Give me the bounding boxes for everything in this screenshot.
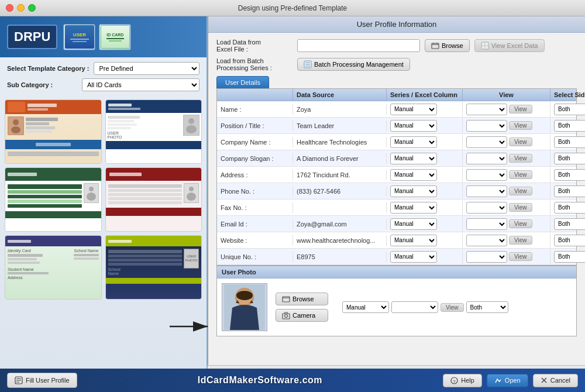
view-excel-button[interactable]: View Excel Data	[474, 39, 545, 52]
series-select[interactable]	[466, 120, 507, 132]
datasrc-select[interactable]: Manual	[390, 120, 437, 132]
view-button[interactable]: View	[509, 105, 532, 114]
series-select[interactable]	[466, 218, 507, 230]
series-select[interactable]	[466, 169, 507, 181]
view-button[interactable]: View	[509, 170, 532, 179]
status-right-buttons: ? Help Open Cancel	[443, 374, 578, 387]
side-cell: Both	[550, 200, 585, 215]
table-row: Email Id : Manual View Both	[217, 216, 576, 232]
photo-browse-button[interactable]: Browse	[276, 293, 328, 305]
photo-series-select[interactable]	[391, 301, 438, 313]
field-input[interactable]	[297, 155, 383, 162]
datasrc-select[interactable]: Manual	[390, 202, 437, 214]
excel-browse-button[interactable]: Browse	[425, 39, 470, 52]
field-value-cell[interactable]	[293, 137, 387, 147]
fill-user-profile-button[interactable]: Fill User Profile	[7, 373, 77, 388]
view-button[interactable]: View	[509, 154, 532, 163]
field-label: Name :	[217, 104, 293, 115]
template-card-3[interactable]	[5, 167, 102, 232]
both-select[interactable]: Both	[554, 185, 585, 197]
field-value-cell[interactable]	[293, 153, 387, 164]
view-button[interactable]: View	[509, 121, 532, 130]
series-select[interactable]	[466, 251, 507, 263]
field-value-cell[interactable]	[293, 121, 387, 131]
view-button[interactable]: View	[509, 203, 532, 212]
series-select[interactable]	[466, 153, 507, 164]
field-input[interactable]	[297, 188, 383, 195]
field-input[interactable]	[297, 171, 383, 178]
template-card-6[interactable]: SchoolName USERPHOTO	[105, 235, 202, 300]
table-row: Phone No. : Manual View Both	[217, 183, 576, 200]
id-card-icon-2: ID CARD	[99, 24, 131, 50]
datasrc-cell: Manual	[387, 102, 463, 117]
datasrc-select[interactable]: Manual	[390, 235, 437, 246]
series-select[interactable]	[466, 235, 507, 246]
view-button[interactable]: View	[509, 137, 532, 146]
table-row: Company Slogan : Manual View Both	[217, 150, 576, 167]
batch-processing-button[interactable]: Batch Processing Management	[297, 58, 410, 71]
both-select[interactable]: Both	[554, 136, 585, 148]
template-card-2[interactable]: USERPHOTO	[105, 99, 202, 164]
view-button[interactable]: View	[509, 252, 532, 261]
field-input[interactable]	[297, 221, 383, 228]
both-select[interactable]: Both	[554, 218, 585, 230]
maximize-window-button[interactable]	[28, 4, 36, 12]
both-select[interactable]: Both	[554, 104, 585, 115]
both-select[interactable]: Both	[554, 153, 585, 164]
template-card-1[interactable]	[5, 99, 102, 164]
both-select[interactable]: Both	[554, 169, 585, 181]
datasrc-select[interactable]: Manual	[390, 153, 437, 164]
svg-point-5	[87, 192, 96, 201]
tab-user-details[interactable]: User Details	[216, 76, 269, 88]
datasrc-select[interactable]: Manual	[390, 136, 437, 148]
table-row: Unique No. : Manual View Both	[217, 249, 576, 265]
side-cell: Both	[550, 233, 585, 248]
window-controls[interactable]	[6, 4, 36, 12]
close-window-button[interactable]	[6, 4, 13, 12]
field-input[interactable]	[297, 139, 383, 146]
field-input[interactable]	[297, 122, 383, 129]
photo-datasrc-select[interactable]: Manual	[342, 301, 389, 313]
series-select[interactable]	[466, 136, 507, 148]
both-select[interactable]: Both	[554, 251, 585, 263]
series-select[interactable]	[466, 104, 507, 115]
field-input[interactable]	[297, 204, 383, 211]
series-select[interactable]	[466, 202, 507, 214]
field-input[interactable]	[297, 253, 383, 260]
statusbar-help-button[interactable]: ? Help	[443, 374, 482, 387]
template-card-5[interactable]: Identity Card School Name Student Name	[5, 235, 102, 300]
datasrc-select[interactable]: Manual	[390, 104, 437, 115]
field-input[interactable]	[297, 106, 383, 113]
photo-both-select[interactable]: Both	[466, 301, 508, 313]
series-select[interactable]	[466, 185, 507, 197]
both-select[interactable]: Both	[554, 202, 585, 214]
field-value-cell[interactable]	[293, 104, 387, 115]
template-category-select[interactable]: Pre Defined	[94, 62, 199, 75]
template-card-4[interactable]	[105, 167, 202, 232]
both-select[interactable]: Both	[554, 120, 585, 132]
statusbar-open-button[interactable]: Open	[487, 374, 528, 387]
view-button[interactable]: View	[509, 236, 532, 245]
field-value-cell[interactable]	[293, 186, 387, 197]
view-button[interactable]: View	[509, 187, 532, 195]
statusbar-cancel-button[interactable]: Cancel	[533, 374, 578, 387]
field-value-cell[interactable]	[293, 170, 387, 180]
both-select[interactable]: Both	[554, 235, 585, 246]
status-bar: Fill User Profile IdCardMakerSoftware.co…	[0, 369, 585, 392]
datasrc-select[interactable]: Manual	[390, 218, 437, 230]
photo-view-button[interactable]: View	[441, 303, 464, 312]
sub-category-select[interactable]: All ID Cards	[82, 78, 199, 91]
drpu-header: DRPU USER ID CARD	[0, 16, 207, 57]
minimize-window-button[interactable]	[17, 4, 25, 12]
photo-camera-button[interactable]: Camera	[276, 309, 328, 322]
field-value-cell[interactable]	[293, 219, 387, 229]
datasrc-select[interactable]: Manual	[390, 251, 437, 263]
field-input[interactable]	[297, 237, 383, 244]
datasrc-select[interactable]: Manual	[390, 169, 437, 181]
field-value-cell[interactable]	[293, 202, 387, 213]
view-button[interactable]: View	[509, 219, 532, 228]
field-value-cell[interactable]	[293, 252, 387, 262]
datasrc-select[interactable]: Manual	[390, 185, 437, 197]
excel-file-input[interactable]	[297, 39, 420, 52]
field-value-cell[interactable]	[293, 235, 387, 246]
